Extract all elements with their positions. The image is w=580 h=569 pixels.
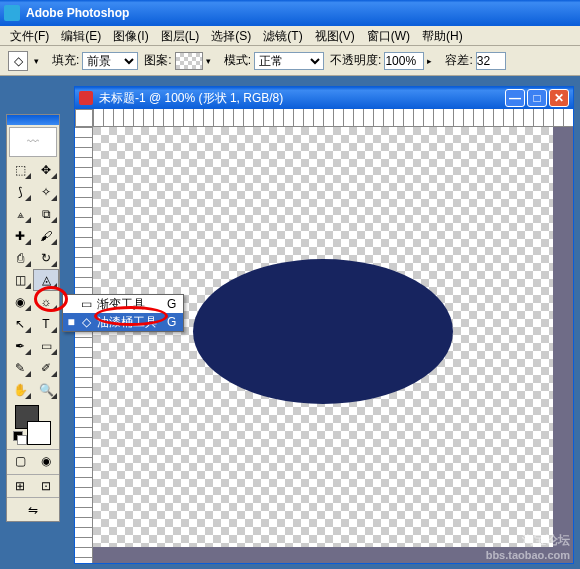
menu-image[interactable]: 图像(I): [107, 26, 154, 45]
vertical-ruler[interactable]: [75, 127, 93, 563]
opacity-dropdown-icon[interactable]: ▸: [427, 56, 439, 66]
ruler-origin[interactable]: [75, 109, 93, 127]
blur-tool[interactable]: ◉: [7, 291, 33, 313]
eraser-tool[interactable]: ◫: [7, 269, 33, 291]
dodge-tool[interactable]: ☼: [33, 291, 59, 313]
stamp-tool[interactable]: ⎙: [7, 247, 33, 269]
wand-tool[interactable]: ✧: [33, 181, 59, 203]
quickmask-mode-icon[interactable]: ◉: [33, 450, 59, 472]
horizontal-ruler[interactable]: [93, 109, 573, 127]
standard-mode-icon[interactable]: ▢: [7, 450, 33, 472]
app-title: Adobe Photoshop: [26, 6, 576, 20]
notes-tool[interactable]: ✎: [7, 357, 33, 379]
pattern-label: 图案:: [144, 52, 171, 69]
tool-flyout-menu: ▭ 渐变工具 G ■ ◇ 油漆桶工具 G: [62, 294, 184, 332]
pattern-dropdown-icon[interactable]: ▾: [206, 56, 218, 66]
document-title: 未标题-1 @ 100% (形状 1, RGB/8): [99, 90, 505, 107]
watermark-text: 淘宝论坛: [522, 533, 570, 547]
screen-mode-standard-icon[interactable]: ⊞: [7, 475, 33, 497]
crop-tool[interactable]: ⟁: [7, 203, 33, 225]
app-icon: [4, 5, 20, 21]
default-colors-icon[interactable]: [13, 431, 27, 445]
opacity-label: 不透明度:: [330, 52, 381, 69]
shape-ellipse[interactable]: [193, 259, 453, 404]
move-tool[interactable]: ✥: [33, 159, 59, 181]
healing-tool[interactable]: ✚: [7, 225, 33, 247]
flyout-check-icon: ■: [67, 315, 75, 329]
shape-tool[interactable]: ▭: [33, 335, 59, 357]
paint-bucket-tool-icon: ◇: [79, 315, 93, 329]
fill-label: 填充:: [52, 52, 79, 69]
flyout-item-shortcut: G: [167, 297, 179, 311]
document-titlebar[interactable]: 未标题-1 @ 100% (形状 1, RGB/8) — □ ✕: [75, 87, 573, 109]
path-select-tool[interactable]: ↖: [7, 313, 33, 335]
fill-select[interactable]: 前景: [82, 52, 138, 70]
opacity-input[interactable]: [384, 52, 424, 70]
flyout-item-paintbucket[interactable]: ■ ◇ 油漆桶工具 G: [63, 313, 183, 331]
menu-view[interactable]: 视图(V): [309, 26, 361, 45]
pen-tool[interactable]: ✒: [7, 335, 33, 357]
marquee-tool[interactable]: ⬚: [7, 159, 33, 181]
menu-filter[interactable]: 滤镜(T): [257, 26, 308, 45]
gradient-tool-icon: ▭: [79, 297, 93, 311]
type-tool[interactable]: T: [33, 313, 59, 335]
close-button[interactable]: ✕: [549, 89, 569, 107]
flyout-item-shortcut: G: [167, 315, 179, 329]
document-icon: [79, 91, 93, 105]
lasso-tool[interactable]: ⟆: [7, 181, 33, 203]
menu-select[interactable]: 选择(S): [205, 26, 257, 45]
tool-preset-dropdown-icon[interactable]: ▾: [34, 56, 46, 66]
toolbox-handle[interactable]: [7, 115, 59, 125]
mode-label: 模式:: [224, 52, 251, 69]
watermark: 淘宝论坛 bbs.taobao.com: [486, 526, 570, 561]
history-brush-tool[interactable]: ↻: [33, 247, 59, 269]
pattern-swatch[interactable]: [175, 52, 203, 70]
flyout-item-label: 油漆桶工具: [97, 314, 163, 331]
canvas-area: [93, 127, 573, 563]
tolerance-input[interactable]: [476, 52, 506, 70]
menu-window[interactable]: 窗口(W): [361, 26, 416, 45]
app-titlebar: Adobe Photoshop: [0, 0, 580, 26]
menu-help[interactable]: 帮助(H): [416, 26, 469, 45]
tolerance-label: 容差:: [445, 52, 472, 69]
maximize-button[interactable]: □: [527, 89, 547, 107]
background-color[interactable]: [27, 421, 51, 445]
toolbox: 〰 ⬚✥⟆✧⟁⧉✚🖌⎙↻◫◬◉☼↖T✒▭✎✐✋🔍 ▢ ◉ ⊞ ⊡ ⇋: [6, 114, 60, 522]
menu-file[interactable]: 文件(F): [4, 26, 55, 45]
minimize-button[interactable]: —: [505, 89, 525, 107]
paint-bucket-tool[interactable]: ◬: [33, 269, 59, 291]
menu-layer[interactable]: 图层(L): [155, 26, 206, 45]
jump-to-imageready-icon[interactable]: ⇋: [7, 497, 59, 521]
zoom-tool[interactable]: 🔍: [33, 379, 59, 401]
brush-tool[interactable]: 🖌: [33, 225, 59, 247]
color-swatches: [11, 405, 55, 445]
brush-preview: 〰: [9, 127, 57, 157]
hand-tool[interactable]: ✋: [7, 379, 33, 401]
options-bar: ◇ ▾ 填充: 前景 图案: ▾ 模式: 正常 不透明度: ▸ 容差:: [0, 46, 580, 76]
menu-edit[interactable]: 编辑(E): [55, 26, 107, 45]
screen-mode-full-icon[interactable]: ⊡: [33, 475, 59, 497]
mode-select[interactable]: 正常: [254, 52, 324, 70]
eyedropper-tool[interactable]: ✐: [33, 357, 59, 379]
slice-tool[interactable]: ⧉: [33, 203, 59, 225]
canvas[interactable]: [93, 127, 553, 547]
flyout-item-gradient[interactable]: ▭ 渐变工具 G: [63, 295, 183, 313]
menubar: 文件(F) 编辑(E) 图像(I) 图层(L) 选择(S) 滤镜(T) 视图(V…: [0, 26, 580, 46]
watermark-subtext: bbs.taobao.com: [486, 549, 570, 561]
tool-preset-picker[interactable]: ◇: [8, 51, 28, 71]
flyout-item-label: 渐变工具: [97, 296, 163, 313]
